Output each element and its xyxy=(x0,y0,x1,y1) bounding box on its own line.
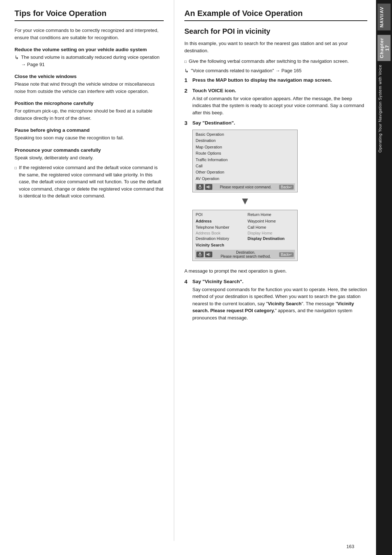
step-1-content: Press the MAP button to display the navi… xyxy=(192,77,367,84)
screen-row-call-home: Call Home xyxy=(247,224,295,230)
bullet-voice-nav: ↳ "Voice commands related to navigation"… xyxy=(184,67,367,75)
page-number: 163 xyxy=(346,544,354,549)
side-tab: NAVI/AV Chapter 17 Operating Your Naviga… xyxy=(376,0,392,555)
screen-row-map: Map Operation xyxy=(195,144,295,150)
screen-icon-speaker-2 xyxy=(205,252,212,257)
section-heading-pronounce: Pronounce your commands carefully xyxy=(15,147,164,153)
right-column: An Example of Voice Operation Search for… xyxy=(174,0,376,541)
screen-row-poi: POI xyxy=(195,212,243,218)
bullet-volume: ↳ The sound volume is automatically redu… xyxy=(15,54,164,68)
section-body-windows: Please note that wind through the vehicl… xyxy=(15,81,164,95)
arrow-down-container: ▼ xyxy=(192,195,298,207)
screen-icon-mic-2 xyxy=(196,252,204,257)
screen-bottom-bar-2: Destination. Please request search metho… xyxy=(195,250,295,259)
screen-row-address: Address xyxy=(195,218,243,224)
screen-prompt-line1: Destination. xyxy=(212,250,279,254)
columns: Tips for Voice Operation For your voice … xyxy=(0,0,376,541)
section-heading-pause: Pause before giving a command xyxy=(15,127,164,133)
screen-row-addressbook: Address Book xyxy=(195,230,243,236)
main-content: Tips for Voice Operation For your voice … xyxy=(0,0,376,555)
section-body-pronounce: Speak slowly, deliberately and clearly. xyxy=(15,154,164,162)
screen-prompt-text-1: Please request voice command. xyxy=(212,185,279,189)
screen-row-telephone: Telephone Number xyxy=(195,224,243,230)
section-heading-volume: Reduce the volume setting on your vehicl… xyxy=(15,47,164,52)
side-tab-navi-av: NAVI/AV xyxy=(377,4,391,30)
screen-row-desthist: Destination History xyxy=(195,236,243,242)
arrow-icon-volume: ↳ xyxy=(15,54,19,61)
left-column-title: Tips for Voice Operation xyxy=(15,9,164,21)
right-intro: In this example, you want to search for … xyxy=(184,40,367,54)
svg-rect-3 xyxy=(199,252,201,255)
bullet-verbal-commands: □ Give the following verbal commands aft… xyxy=(184,58,367,65)
section-heading-microphone: Position the microphone carefully xyxy=(15,101,164,106)
screen-mockup-2: POI Address Telephone Number Address Boo… xyxy=(192,210,298,261)
step-4-body: Say correspond commands for the function… xyxy=(192,286,367,322)
screen-bottom-bar-1: Please request voice command. Back↵ xyxy=(195,183,295,191)
square-icon-left: □ xyxy=(15,165,17,171)
left-column: Tips for Voice Operation For your voice … xyxy=(0,0,174,541)
section-heading-windows: Close the vehicle windows xyxy=(15,74,164,79)
screen-row-basic: Basic Operation xyxy=(195,131,295,138)
screen-icons-2 xyxy=(196,252,212,257)
step-2: 2 Touch VOICE icon. A list of commands f… xyxy=(184,87,367,116)
screen-prompt-multiline: Destination. Please request search metho… xyxy=(212,250,279,258)
screen-row-av: AV Operation xyxy=(195,176,295,182)
screen-col-left: POI Address Telephone Number Address Boo… xyxy=(195,212,243,248)
screen-row-destination: Destination xyxy=(195,138,295,144)
page-footer: 163 xyxy=(0,541,376,555)
two-col-screen: POI Address Telephone Number Address Boo… xyxy=(195,212,295,248)
screen-icons-1 xyxy=(196,184,212,190)
screen-back-btn-2[interactable]: Back↵ xyxy=(279,252,294,257)
after-step3-text: A message to prompt the next operation i… xyxy=(184,268,367,275)
screen-icon-speaker xyxy=(205,184,212,190)
left-intro: For your voice commands to be correctly … xyxy=(15,27,164,41)
svg-marker-2 xyxy=(207,185,209,189)
screen-row-display-dest: Display Destination xyxy=(247,236,295,242)
page-container: Tips for Voice Operation For your voice … xyxy=(0,0,392,555)
screen-row-waypoint-home: Waypoint Home xyxy=(247,218,295,224)
step-4: 4 Say "Vicinity Search". Say correspond … xyxy=(184,278,367,321)
screen-row-route: Route Options xyxy=(195,150,295,156)
screen-row-return-home: Return Home xyxy=(247,212,295,218)
screen-mockup-1: Basic Operation Destination Map Operatio… xyxy=(192,130,298,192)
screen-row-traffic: Traffic Information xyxy=(195,157,295,163)
step-3: 3 Say "Destination". Basic Operation Des… xyxy=(184,120,367,264)
step-1: 1 Press the MAP button to display the na… xyxy=(184,77,367,84)
arrow-down-icon: ▼ xyxy=(240,195,250,207)
right-column-title: An Example of Voice Operation xyxy=(184,9,367,21)
step-2-content: Touch VOICE icon. A list of commands for… xyxy=(192,87,367,116)
screen-row-display-home: Display Home xyxy=(247,230,295,236)
section-body-pause: Speaking too soon may cause the recognit… xyxy=(15,134,164,142)
screen-icon-mic xyxy=(196,184,204,190)
square-icon-right-1: □ xyxy=(184,59,187,64)
arrow-icon-right-1: ↳ xyxy=(184,67,189,75)
side-tab-chapter: Chapter 17 xyxy=(377,35,391,61)
screen-row-call: Call xyxy=(195,163,295,169)
step-3-content: Say "Destination". Basic Operation Desti… xyxy=(192,120,367,264)
bullet-registered-command: □ If the registered voice command and th… xyxy=(15,164,164,200)
step-4-content: Say "Vicinity Search". Say correspond co… xyxy=(192,278,367,321)
screen-row-vicinity: Vicinity Search xyxy=(195,242,243,248)
side-tab-operating: Operating Your Navigation System with Vo… xyxy=(377,65,391,152)
section-body-microphone: For optimum pick-up, the microphone shou… xyxy=(15,107,164,122)
right-section-title: Search for POI in vicinity xyxy=(184,27,367,36)
screen-back-btn-1[interactable]: Back↵ xyxy=(279,185,294,189)
svg-marker-5 xyxy=(207,253,209,256)
screen-prompt-line2: Please request search method. xyxy=(212,254,279,258)
screen-col-right: Return Home Waypoint Home Call Home Disp… xyxy=(247,212,295,248)
screen-row-other: Other Operation xyxy=(195,169,295,175)
svg-rect-0 xyxy=(199,185,201,187)
